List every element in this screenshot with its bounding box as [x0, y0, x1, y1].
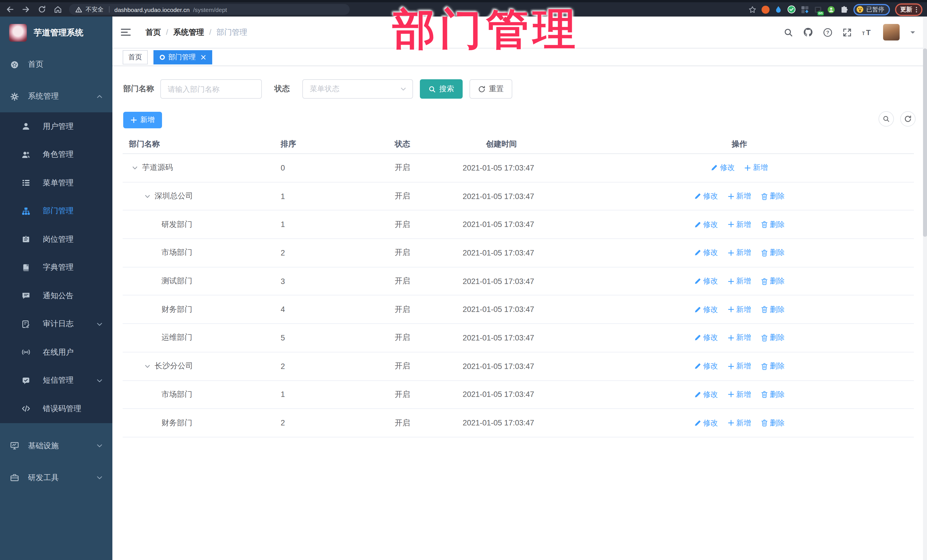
- table-header: 部门名称 排序 状态 创建时间 操作: [123, 135, 914, 154]
- reload-icon[interactable]: [38, 5, 46, 14]
- tab-dept-management[interactable]: 部门管理: [153, 50, 212, 64]
- sidebar-item-audit-log[interactable]: 审计日志: [0, 310, 112, 338]
- forward-icon[interactable]: [22, 5, 30, 14]
- sidebar-item-menu-management[interactable]: 菜单管理: [0, 169, 112, 197]
- sort-cell: 1: [274, 390, 382, 399]
- ext-blue-grid-icon[interactable]: [801, 5, 808, 14]
- ext-blue-drop-icon[interactable]: [774, 5, 782, 14]
- security-label: 不安全: [85, 5, 103, 14]
- delete-link[interactable]: 删除: [761, 305, 785, 315]
- sidebar-item-error-code-management[interactable]: 错误码管理: [0, 395, 112, 423]
- chevron-down-icon: [96, 475, 103, 481]
- breadcrumb-item[interactable]: 系统管理: [173, 27, 204, 37]
- browser-profile-chip[interactable]: 已暂停: [853, 4, 890, 15]
- tree-expand-icon[interactable]: [144, 363, 150, 369]
- extensions-puzzle-icon[interactable]: [840, 5, 848, 14]
- add-link[interactable]: 新增: [728, 361, 751, 371]
- sidebar-item-sms-management[interactable]: 短信管理: [0, 366, 112, 395]
- tree-expand-icon[interactable]: [132, 165, 138, 171]
- ext-green-circle-icon[interactable]: [787, 5, 795, 14]
- edit-link[interactable]: 修改: [694, 333, 718, 343]
- operations-cell: 修改新增删除: [650, 276, 914, 286]
- toggle-search-button[interactable]: [878, 111, 894, 127]
- sidebar-item-role-management[interactable]: 角色管理: [0, 141, 112, 169]
- tree-expand-icon[interactable]: [144, 193, 150, 199]
- delete-link[interactable]: 删除: [761, 361, 785, 371]
- status-select[interactable]: 菜单状态: [302, 79, 413, 99]
- add-link[interactable]: 新增: [728, 248, 751, 258]
- add-link[interactable]: 新增: [728, 191, 751, 201]
- edit-link[interactable]: 修改: [694, 361, 718, 371]
- caret-down-icon[interactable]: [910, 29, 916, 35]
- edit-link[interactable]: 修改: [694, 418, 718, 428]
- edit-link[interactable]: 修改: [694, 276, 718, 286]
- sidebar-item-dev-tools[interactable]: 研发工具: [0, 461, 112, 493]
- sidebar-item-notice-announcement[interactable]: 通知公告: [0, 282, 112, 310]
- edit-link[interactable]: 修改: [694, 219, 718, 229]
- delete-link[interactable]: 删除: [761, 219, 785, 229]
- add-link[interactable]: 新增: [728, 219, 751, 229]
- edit-link[interactable]: 修改: [694, 390, 718, 400]
- sidebar-item-online-users[interactable]: 在线用户: [0, 338, 112, 366]
- add-link[interactable]: 新增: [728, 390, 751, 400]
- sidebar-item-system-management[interactable]: 系统管理: [0, 80, 112, 112]
- dept-name-text: 深圳总公司: [155, 191, 193, 201]
- close-icon[interactable]: [201, 55, 206, 59]
- sidebar-item-infrastructure[interactable]: 基础设施: [0, 430, 112, 461]
- delete-link[interactable]: 删除: [761, 390, 785, 400]
- add-link[interactable]: 新增: [728, 333, 751, 343]
- hamburger-icon[interactable]: [121, 28, 131, 36]
- menu-list-icon: [22, 179, 30, 187]
- ext-dark-on-icon[interactable]: on: [814, 5, 822, 14]
- create-time-cell: 2021-01-05 17:03:47: [456, 220, 650, 229]
- ext-orange-icon[interactable]: [761, 5, 769, 14]
- home-icon[interactable]: [54, 5, 62, 14]
- reset-button[interactable]: 重置: [470, 79, 512, 99]
- fullscreen-icon[interactable]: [843, 28, 852, 37]
- help-icon[interactable]: ?: [823, 28, 832, 37]
- edit-link-label: 修改: [720, 163, 735, 173]
- create-time-cell: 2021-01-05 17:03:47: [456, 305, 650, 314]
- edit-link[interactable]: 修改: [694, 191, 718, 201]
- scrollbar-thumb[interactable]: [923, 49, 927, 237]
- github-icon[interactable]: [803, 27, 813, 37]
- add-link[interactable]: 新增: [728, 276, 751, 286]
- ext-green-avatar-icon[interactable]: [827, 5, 835, 14]
- dept-name-input[interactable]: [160, 79, 262, 99]
- edit-icon: [694, 419, 701, 426]
- sidebar-item-dept-management[interactable]: 部门管理: [0, 197, 112, 225]
- add-link[interactable]: 新增: [728, 418, 751, 428]
- breadcrumb-item[interactable]: 首页: [146, 27, 161, 37]
- add-link[interactable]: 新增: [745, 163, 768, 173]
- add-button[interactable]: 新增: [123, 112, 162, 128]
- edit-link[interactable]: 修改: [711, 163, 735, 173]
- active-tab-dot: [160, 55, 165, 59]
- edit-link[interactable]: 修改: [694, 305, 718, 315]
- sidebar-item-dict-management[interactable]: 字典管理: [0, 253, 112, 282]
- address-bar[interactable]: 不安全 dashboard.yudao.iocoder.cn/system/de…: [69, 4, 350, 15]
- tab-home[interactable]: 首页: [123, 50, 148, 64]
- add-link[interactable]: 新增: [728, 305, 751, 315]
- refresh-table-button[interactable]: [900, 111, 916, 127]
- search-button[interactable]: 搜索: [420, 79, 463, 99]
- chevron-down-icon: [96, 321, 103, 327]
- edit-link[interactable]: 修改: [694, 248, 718, 258]
- trash-icon: [761, 193, 767, 200]
- back-icon[interactable]: [6, 5, 14, 14]
- sidebar-item-user-management[interactable]: 用户管理: [0, 112, 112, 141]
- sidebar-item-post-management[interactable]: 岗位管理: [0, 225, 112, 253]
- sidebar-item-home[interactable]: 首页: [0, 49, 112, 80]
- bookmark-star-icon[interactable]: [748, 5, 756, 14]
- dept-name-text: 财务部门: [161, 418, 192, 428]
- user-avatar[interactable]: [883, 24, 900, 41]
- search-icon[interactable]: [784, 28, 793, 37]
- update-label: 更新: [900, 5, 912, 14]
- delete-link[interactable]: 删除: [761, 333, 785, 343]
- app-logo[interactable]: 芋道管理系统: [0, 17, 112, 49]
- delete-link[interactable]: 删除: [761, 276, 785, 286]
- delete-link[interactable]: 删除: [761, 418, 785, 428]
- font-size-icon[interactable]: TT: [862, 28, 873, 36]
- browser-update-button[interactable]: 更新: [895, 3, 922, 16]
- delete-link[interactable]: 删除: [761, 191, 785, 201]
- delete-link[interactable]: 删除: [761, 248, 785, 258]
